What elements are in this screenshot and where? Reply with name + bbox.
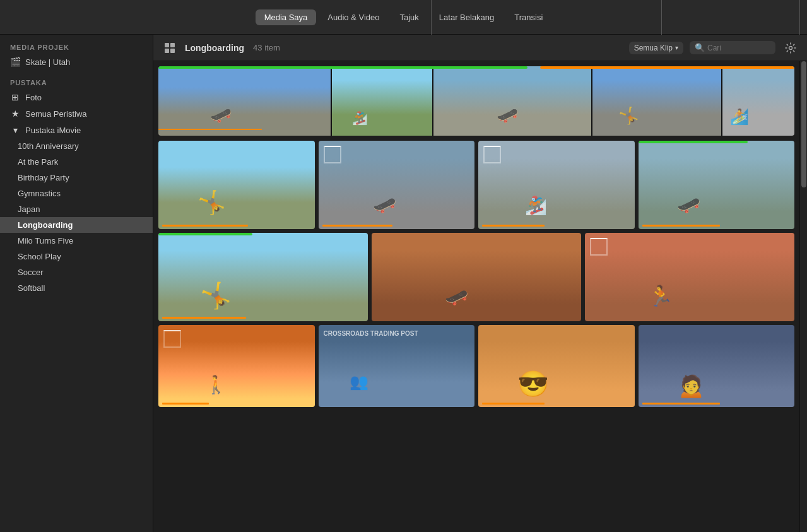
orange-duration-bar <box>158 129 262 130</box>
person-icon: 😎 <box>517 369 549 399</box>
thumb-3-2[interactable]: 🛹 <box>372 233 581 321</box>
sidebar-item-milo-turns-five[interactable]: Milo Turns Five <box>0 233 153 249</box>
sidebar-label-gymnastics: Gymnastics <box>18 189 61 198</box>
settings-button[interactable] <box>782 39 799 57</box>
duration-bar-2-1 <box>162 225 248 227</box>
green-progress-bar <box>158 66 527 69</box>
skater-icon-6: 🛹 <box>445 286 468 308</box>
sidebar-label-at-the-park: At the Park <box>18 157 58 167</box>
content-toolbar: Longboarding 43 item Semua Klip ▾ 🔍 <box>153 35 807 61</box>
duration-bar-3-1 <box>162 317 246 319</box>
main-area: MEDIA PROJEK 🎬 Skate | Utah PUSTAKA ⊞ Fo… <box>0 35 807 532</box>
filmstrip-segment-5[interactable]: 🏄 <box>722 66 794 136</box>
thumb-2-3[interactable]: 🏂 <box>478 141 635 229</box>
media-grid: 🛹 🏂 🛹 🤸 <box>153 61 799 532</box>
sidebar-item-soccer[interactable]: Soccer <box>0 264 153 280</box>
car-person-icon: 🙍 <box>677 372 705 399</box>
filmstrip-segment-3[interactable]: 🛹 <box>433 66 592 136</box>
green-top-bar-3-1 <box>158 233 252 235</box>
chevron-down-icon: ▾ <box>675 44 678 51</box>
section-media-projek: MEDIA PROJEK <box>0 35 153 54</box>
film-icon: 🎬 <box>10 57 20 67</box>
grid-row-3: 🤸 🛹 🏃 <box>158 233 794 321</box>
sidebar-item-longboarding[interactable]: Longboarding <box>0 217 153 233</box>
filmstrip-segment-2[interactable]: 🏂 <box>332 66 433 136</box>
sidebar-label-10th-anniversary: 10th Anniversary <box>18 141 79 151</box>
sidebar-label-foto: Foto <box>25 93 42 102</box>
sidebar-item-birthday-party[interactable]: Birthday Party <box>0 170 153 186</box>
thumb-2-4[interactable]: 🛹 <box>639 141 795 229</box>
project-label: Skate | Utah <box>25 57 70 67</box>
skater-silhouette-5: 🏄 <box>730 108 749 126</box>
vline-3 <box>799 0 800 35</box>
loading-spinner-1 <box>324 146 341 163</box>
sidebar-label-softball: Softball <box>18 283 45 293</box>
search-icon: 🔍 <box>695 43 705 52</box>
search-input[interactable] <box>707 44 770 52</box>
svg-rect-1 <box>170 43 175 47</box>
grid-row-2: 🤸 🛹 🏂 <box>158 141 794 229</box>
duration-bar-2-3 <box>482 225 545 227</box>
duration-bar-2-2 <box>322 225 392 227</box>
thumb-3-3[interactable]: 🏃 <box>585 233 794 321</box>
sidebar-item-school-play[interactable]: School Play <box>0 249 153 264</box>
sidebar-item-at-the-park[interactable]: At the Park <box>0 154 153 170</box>
sidebar-label-semua-peristiwa: Semua Peristiwa <box>25 109 87 119</box>
thumb-2-1[interactable]: 🤸 <box>158 141 315 229</box>
tab-media-saya[interactable]: Media Saya <box>256 9 317 25</box>
loading-spinner-2 <box>483 146 501 163</box>
project-item-skate-utah[interactable]: 🎬 Skate | Utah <box>0 54 153 70</box>
svg-rect-2 <box>165 49 169 53</box>
section-pustaka: PUSTAKA <box>0 70 153 89</box>
sidebar-label-pustaka-imovie: Pustaka iMovie <box>25 126 81 135</box>
skater-silhouette-4: 🤸 <box>618 106 639 126</box>
skater-icon-1: 🤸 <box>197 189 226 216</box>
sidebar-label-school-play: School Play <box>18 252 61 261</box>
clip-filter-dropdown[interactable]: Semua Klip ▾ <box>629 42 683 54</box>
grid-row-4: 🚶 👥 CROSSROADS TRADING POST 😎 <box>158 325 794 407</box>
star-icon: ★ <box>10 109 20 119</box>
top-toolbar: Media Saya Audio & Video Tajuk Latar Bel… <box>0 0 807 35</box>
grid-icon: ⊞ <box>10 92 20 102</box>
svg-rect-0 <box>165 43 169 47</box>
skater-silhouette-3: 🛹 <box>497 105 519 126</box>
vline-2 <box>661 0 662 35</box>
search-box[interactable]: 🔍 <box>690 41 775 54</box>
filmstrip-segment-4[interactable]: 🤸 <box>592 66 723 136</box>
duration-bar-4-3 <box>482 403 545 405</box>
sidebar-item-pustaka-imovie[interactable]: ▾ Pustaka iMovie <box>0 122 153 138</box>
thumb-4-2[interactable]: 👥 CROSSROADS TRADING POST <box>319 325 475 407</box>
grid-view-button[interactable] <box>161 39 179 57</box>
thumb-2-2[interactable]: 🛹 <box>319 141 475 229</box>
sidebar-item-foto[interactable]: ⊞ Foto <box>0 89 153 105</box>
filmstrip-segment-1[interactable]: 🛹 <box>158 66 332 136</box>
sidebar-label-japan: Japan <box>18 204 40 214</box>
store-sign: CROSSROADS TRADING POST <box>324 330 418 337</box>
group-icon: 👥 <box>350 373 368 391</box>
sidebar-item-10th-anniversary[interactable]: 10th Anniversary <box>0 138 153 154</box>
sidebar-item-softball[interactable]: Softball <box>0 280 153 296</box>
content-count: 43 item <box>253 43 280 52</box>
duration-bar-4-1 <box>162 403 209 405</box>
sidebar: MEDIA PROJEK 🎬 Skate | Utah PUSTAKA ⊞ Fo… <box>0 35 153 532</box>
green-top-bar-2-4 <box>639 141 748 143</box>
filmstrip-row-1: 🛹 🏂 🛹 🤸 <box>158 66 794 136</box>
thumb-4-4[interactable]: 🙍 <box>639 325 795 407</box>
tab-latar-belakang[interactable]: Latar Belakang <box>430 9 503 25</box>
svg-rect-3 <box>170 49 175 53</box>
sidebar-item-gymnastics[interactable]: Gymnastics <box>0 186 153 201</box>
sidebar-item-semua-peristiwa[interactable]: ★ Semua Peristiwa <box>0 105 153 122</box>
thumb-4-1[interactable]: 🚶 <box>158 325 315 407</box>
thumb-4-3[interactable]: 😎 <box>478 325 635 407</box>
tab-audio-video[interactable]: Audio & Video <box>319 9 388 25</box>
thumb-3-1[interactable]: 🤸 <box>158 233 368 321</box>
sidebar-label-milo-turns-five: Milo Turns Five <box>18 236 73 245</box>
tab-tajuk[interactable]: Tajuk <box>391 9 427 25</box>
skater-icon-8: 🚶 <box>205 374 227 395</box>
tab-transisi[interactable]: Transisi <box>505 9 551 25</box>
skater-silhouette-2: 🏂 <box>352 110 368 126</box>
skater-icon-2: 🛹 <box>373 194 396 216</box>
content-title: Longboarding <box>185 43 244 53</box>
sidebar-item-japan[interactable]: Japan <box>0 201 153 217</box>
scrollbar[interactable] <box>799 61 807 532</box>
